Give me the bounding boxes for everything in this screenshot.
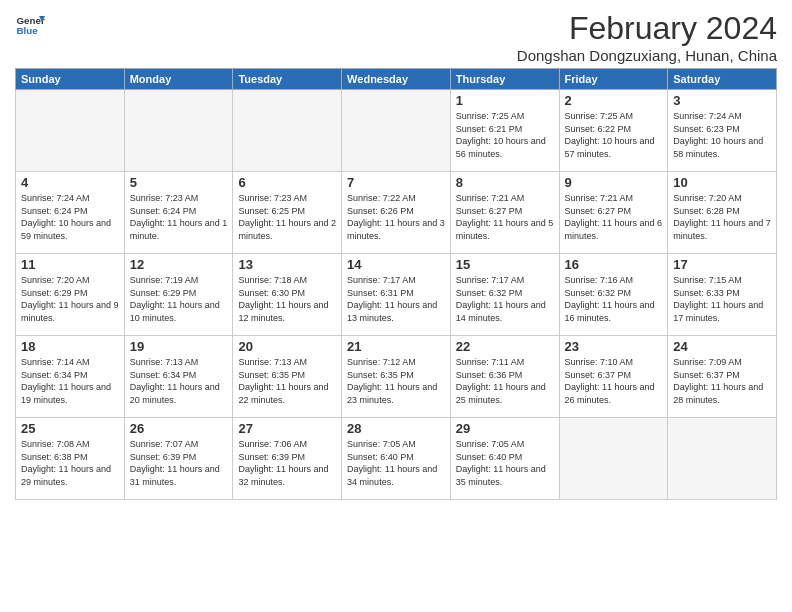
day-number: 11 (21, 257, 119, 272)
day-number: 12 (130, 257, 228, 272)
day-cell (559, 418, 668, 500)
day-cell: 6Sunrise: 7:23 AM Sunset: 6:25 PM Daylig… (233, 172, 342, 254)
day-number: 9 (565, 175, 663, 190)
day-info: Sunrise: 7:18 AM Sunset: 6:30 PM Dayligh… (238, 274, 336, 324)
day-info: Sunrise: 7:17 AM Sunset: 6:31 PM Dayligh… (347, 274, 445, 324)
month-title: February 2024 (517, 10, 777, 47)
day-cell: 23Sunrise: 7:10 AM Sunset: 6:37 PM Dayli… (559, 336, 668, 418)
day-info: Sunrise: 7:05 AM Sunset: 6:40 PM Dayligh… (347, 438, 445, 488)
col-sunday: Sunday (16, 69, 125, 90)
col-wednesday: Wednesday (342, 69, 451, 90)
day-cell: 20Sunrise: 7:13 AM Sunset: 6:35 PM Dayli… (233, 336, 342, 418)
day-info: Sunrise: 7:25 AM Sunset: 6:22 PM Dayligh… (565, 110, 663, 160)
day-info: Sunrise: 7:07 AM Sunset: 6:39 PM Dayligh… (130, 438, 228, 488)
day-cell (233, 90, 342, 172)
day-number: 15 (456, 257, 554, 272)
day-info: Sunrise: 7:23 AM Sunset: 6:25 PM Dayligh… (238, 192, 336, 242)
day-number: 17 (673, 257, 771, 272)
header-row: Sunday Monday Tuesday Wednesday Thursday… (16, 69, 777, 90)
day-cell (668, 418, 777, 500)
day-number: 24 (673, 339, 771, 354)
day-number: 22 (456, 339, 554, 354)
day-number: 26 (130, 421, 228, 436)
day-info: Sunrise: 7:16 AM Sunset: 6:32 PM Dayligh… (565, 274, 663, 324)
day-cell: 8Sunrise: 7:21 AM Sunset: 6:27 PM Daylig… (450, 172, 559, 254)
day-cell: 3Sunrise: 7:24 AM Sunset: 6:23 PM Daylig… (668, 90, 777, 172)
day-number: 7 (347, 175, 445, 190)
col-tuesday: Tuesday (233, 69, 342, 90)
day-cell: 28Sunrise: 7:05 AM Sunset: 6:40 PM Dayli… (342, 418, 451, 500)
day-info: Sunrise: 7:20 AM Sunset: 6:28 PM Dayligh… (673, 192, 771, 242)
day-number: 21 (347, 339, 445, 354)
day-cell: 25Sunrise: 7:08 AM Sunset: 6:38 PM Dayli… (16, 418, 125, 500)
col-thursday: Thursday (450, 69, 559, 90)
day-cell: 19Sunrise: 7:13 AM Sunset: 6:34 PM Dayli… (124, 336, 233, 418)
week-row-2: 11Sunrise: 7:20 AM Sunset: 6:29 PM Dayli… (16, 254, 777, 336)
day-cell: 26Sunrise: 7:07 AM Sunset: 6:39 PM Dayli… (124, 418, 233, 500)
day-number: 16 (565, 257, 663, 272)
calendar-table: Sunday Monday Tuesday Wednesday Thursday… (15, 68, 777, 500)
title-block: February 2024 Dongshan Dongzuxiang, Huna… (517, 10, 777, 64)
day-info: Sunrise: 7:21 AM Sunset: 6:27 PM Dayligh… (565, 192, 663, 242)
day-info: Sunrise: 7:20 AM Sunset: 6:29 PM Dayligh… (21, 274, 119, 324)
day-info: Sunrise: 7:12 AM Sunset: 6:35 PM Dayligh… (347, 356, 445, 406)
day-info: Sunrise: 7:19 AM Sunset: 6:29 PM Dayligh… (130, 274, 228, 324)
day-info: Sunrise: 7:23 AM Sunset: 6:24 PM Dayligh… (130, 192, 228, 242)
day-number: 25 (21, 421, 119, 436)
day-number: 23 (565, 339, 663, 354)
day-number: 6 (238, 175, 336, 190)
day-info: Sunrise: 7:25 AM Sunset: 6:21 PM Dayligh… (456, 110, 554, 160)
day-number: 13 (238, 257, 336, 272)
day-info: Sunrise: 7:09 AM Sunset: 6:37 PM Dayligh… (673, 356, 771, 406)
day-info: Sunrise: 7:11 AM Sunset: 6:36 PM Dayligh… (456, 356, 554, 406)
day-cell: 29Sunrise: 7:05 AM Sunset: 6:40 PM Dayli… (450, 418, 559, 500)
day-cell: 10Sunrise: 7:20 AM Sunset: 6:28 PM Dayli… (668, 172, 777, 254)
day-info: Sunrise: 7:13 AM Sunset: 6:34 PM Dayligh… (130, 356, 228, 406)
day-number: 18 (21, 339, 119, 354)
day-number: 3 (673, 93, 771, 108)
day-cell: 11Sunrise: 7:20 AM Sunset: 6:29 PM Dayli… (16, 254, 125, 336)
day-cell: 7Sunrise: 7:22 AM Sunset: 6:26 PM Daylig… (342, 172, 451, 254)
day-cell: 17Sunrise: 7:15 AM Sunset: 6:33 PM Dayli… (668, 254, 777, 336)
day-number: 2 (565, 93, 663, 108)
day-info: Sunrise: 7:22 AM Sunset: 6:26 PM Dayligh… (347, 192, 445, 242)
col-monday: Monday (124, 69, 233, 90)
day-cell: 24Sunrise: 7:09 AM Sunset: 6:37 PM Dayli… (668, 336, 777, 418)
logo: General Blue (15, 10, 45, 40)
day-cell: 5Sunrise: 7:23 AM Sunset: 6:24 PM Daylig… (124, 172, 233, 254)
day-info: Sunrise: 7:05 AM Sunset: 6:40 PM Dayligh… (456, 438, 554, 488)
day-info: Sunrise: 7:17 AM Sunset: 6:32 PM Dayligh… (456, 274, 554, 324)
week-row-1: 4Sunrise: 7:24 AM Sunset: 6:24 PM Daylig… (16, 172, 777, 254)
svg-text:Blue: Blue (17, 25, 39, 36)
day-info: Sunrise: 7:14 AM Sunset: 6:34 PM Dayligh… (21, 356, 119, 406)
day-cell: 14Sunrise: 7:17 AM Sunset: 6:31 PM Dayli… (342, 254, 451, 336)
day-cell: 1Sunrise: 7:25 AM Sunset: 6:21 PM Daylig… (450, 90, 559, 172)
day-number: 5 (130, 175, 228, 190)
day-number: 27 (238, 421, 336, 436)
day-info: Sunrise: 7:24 AM Sunset: 6:24 PM Dayligh… (21, 192, 119, 242)
day-info: Sunrise: 7:08 AM Sunset: 6:38 PM Dayligh… (21, 438, 119, 488)
day-cell: 16Sunrise: 7:16 AM Sunset: 6:32 PM Dayli… (559, 254, 668, 336)
day-info: Sunrise: 7:13 AM Sunset: 6:35 PM Dayligh… (238, 356, 336, 406)
week-row-3: 18Sunrise: 7:14 AM Sunset: 6:34 PM Dayli… (16, 336, 777, 418)
day-cell: 13Sunrise: 7:18 AM Sunset: 6:30 PM Dayli… (233, 254, 342, 336)
day-number: 10 (673, 175, 771, 190)
location: Dongshan Dongzuxiang, Hunan, China (517, 47, 777, 64)
day-cell (124, 90, 233, 172)
day-number: 1 (456, 93, 554, 108)
day-cell: 21Sunrise: 7:12 AM Sunset: 6:35 PM Dayli… (342, 336, 451, 418)
day-cell: 12Sunrise: 7:19 AM Sunset: 6:29 PM Dayli… (124, 254, 233, 336)
day-info: Sunrise: 7:06 AM Sunset: 6:39 PM Dayligh… (238, 438, 336, 488)
day-cell: 15Sunrise: 7:17 AM Sunset: 6:32 PM Dayli… (450, 254, 559, 336)
day-number: 29 (456, 421, 554, 436)
day-cell: 2Sunrise: 7:25 AM Sunset: 6:22 PM Daylig… (559, 90, 668, 172)
day-cell (342, 90, 451, 172)
day-number: 19 (130, 339, 228, 354)
day-info: Sunrise: 7:15 AM Sunset: 6:33 PM Dayligh… (673, 274, 771, 324)
day-cell: 22Sunrise: 7:11 AM Sunset: 6:36 PM Dayli… (450, 336, 559, 418)
day-cell: 27Sunrise: 7:06 AM Sunset: 6:39 PM Dayli… (233, 418, 342, 500)
day-cell: 4Sunrise: 7:24 AM Sunset: 6:24 PM Daylig… (16, 172, 125, 254)
week-row-0: 1Sunrise: 7:25 AM Sunset: 6:21 PM Daylig… (16, 90, 777, 172)
day-number: 4 (21, 175, 119, 190)
day-number: 28 (347, 421, 445, 436)
